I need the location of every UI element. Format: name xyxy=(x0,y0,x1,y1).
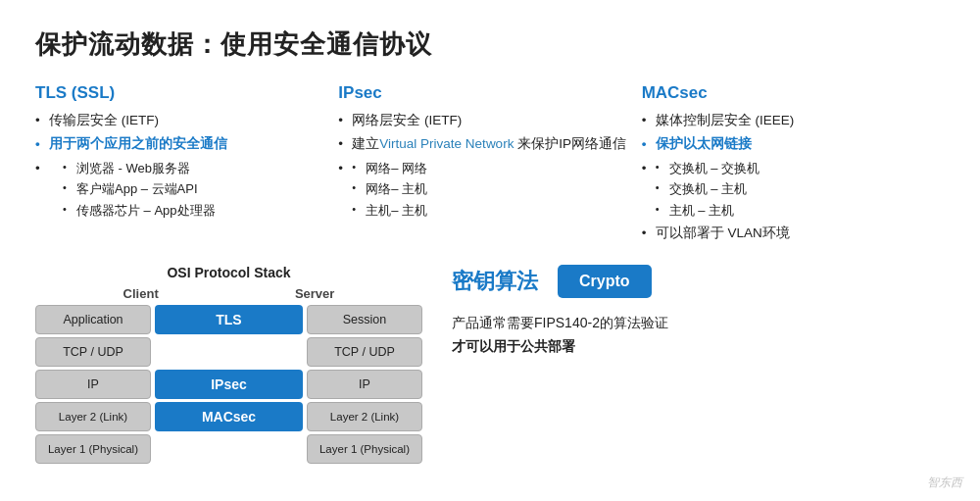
tls-item-1: 传输层安全 (IETF) xyxy=(35,111,328,130)
macsec-heading: MACsec xyxy=(642,83,935,103)
ipsec-sub-list: 网络– 网络 网络– 主机 主机– 主机 xyxy=(338,159,631,221)
top-columns: TLS (SSL) 传输层安全 (IETF) 用于两个应用之前的安全通信 浏览器… xyxy=(35,83,945,247)
layer-application: Application xyxy=(35,305,151,334)
layer-macsec: MACsec xyxy=(155,402,303,431)
col-macsec: MACsec 媒体控制层安全 (IEEE) 保护以太网链接 交换机 – 交换机 … xyxy=(642,83,945,247)
macsec-sub-1: 交换机 – 交换机 xyxy=(656,159,935,178)
layer-ipsec: IPsec xyxy=(155,370,303,399)
crypto-button[interactable]: Crypto xyxy=(558,265,652,298)
key-algo-desc: 产品通常需要FIPS140-2的算法验证 才可以用于公共部署 xyxy=(452,312,945,359)
osi-row-0: Application TLS Session xyxy=(35,305,422,334)
layer-l2-server: Layer 2 (Link) xyxy=(307,402,422,431)
macsec-sub-3: 主机 – 主机 xyxy=(656,201,935,221)
osi-diagram: OSI Protocol Stack Client Server Applica… xyxy=(35,265,422,464)
osi-layers: Application TLS Session TCP / UDP TCP / … xyxy=(35,305,422,464)
layer-tcp-client: TCP / UDP xyxy=(35,337,151,367)
vpn-link: Virtual Private Network xyxy=(379,136,514,151)
layer-ip-server: IP xyxy=(307,370,422,399)
layer-spacer-1 xyxy=(155,337,303,367)
client-label: Client xyxy=(123,286,159,301)
layer-tcp-server: TCP / UDP xyxy=(307,337,422,367)
osi-row-1: TCP / UDP TCP / UDP xyxy=(35,337,422,367)
tls-sub-2: 客户端App – 云端API xyxy=(63,179,328,199)
macsec-list: 媒体控制层安全 (IEEE) 保护以太网链接 交换机 – 交换机 交换机 – 主… xyxy=(642,111,935,243)
ipsec-sub-1: 网络– 网络 xyxy=(352,159,631,178)
macsec-sub-parent: 交换机 – 交换机 交换机 – 主机 主机 – 主机 xyxy=(642,159,935,221)
key-desc-line1: 产品通常需要FIPS140-2的算法验证 xyxy=(452,315,668,330)
server-label: Server xyxy=(295,286,334,301)
layer-spacer-4 xyxy=(155,434,303,464)
tls-heading: TLS (SSL) xyxy=(35,83,328,103)
key-algo-section: 密钥算法 Crypto 产品通常需要FIPS140-2的算法验证 才可以用于公共… xyxy=(442,265,945,464)
ipsec-sub-parent: 网络– 网络 网络– 主机 主机– 主机 xyxy=(338,159,631,221)
key-algo-title: 密钥算法 xyxy=(452,267,538,296)
col-tls: TLS (SSL) 传输层安全 (IETF) 用于两个应用之前的安全通信 浏览器… xyxy=(35,83,338,247)
slide: 保护流动数据：使用安全通信协议 TLS (SSL) 传输层安全 (IETF) 用… xyxy=(0,0,980,501)
macsec-item-4: 可以部署于 VLAN环境 xyxy=(642,224,935,243)
osi-row-2: IP IPsec IP xyxy=(35,370,422,399)
macsec-sub-list: 交换机 – 交换机 交换机 – 主机 主机 – 主机 xyxy=(642,159,935,221)
layer-tls: TLS xyxy=(155,305,303,334)
tls-sub-list: 浏览器 - Web服务器 客户端App – 云端API 传感器芯片 – App处… xyxy=(49,159,328,221)
osi-title: OSI Protocol Stack xyxy=(35,265,422,280)
tls-sub-3: 传感器芯片 – App处理器 xyxy=(63,201,328,221)
watermark: 智东西 xyxy=(927,475,962,491)
ipsec-sub-2: 网络– 主机 xyxy=(352,179,631,199)
macsec-sub-2: 交换机 – 主机 xyxy=(656,179,935,199)
tls-list: 传输层安全 (IETF) 用于两个应用之前的安全通信 浏览器 - Web服务器 … xyxy=(35,111,328,220)
osi-row-3: Layer 2 (Link) MACsec Layer 2 (Link) xyxy=(35,402,422,431)
ipsec-sub-3: 主机– 主机 xyxy=(352,201,631,221)
ipsec-item-2: 建立Virtual Private Network 来保护IP网络通信 xyxy=(338,134,631,154)
layer-ip-client: IP xyxy=(35,370,151,399)
ipsec-item-1: 网络层安全 (IETF) xyxy=(338,111,631,130)
ipsec-heading: IPsec xyxy=(338,83,631,103)
macsec-item-2: 保护以太网链接 xyxy=(642,134,935,154)
layer-l1-client: Layer 1 (Physical) xyxy=(35,434,151,464)
tls-sub-parent: 浏览器 - Web服务器 客户端App – 云端API 传感器芯片 – App处… xyxy=(35,159,328,221)
key-desc-line2: 才可以用于公共部署 xyxy=(452,338,575,354)
macsec-item-1: 媒体控制层安全 (IEEE) xyxy=(642,111,935,130)
layer-session: Session xyxy=(307,305,422,334)
osi-headers: Client Server xyxy=(35,286,422,301)
tls-sub-1: 浏览器 - Web服务器 xyxy=(63,159,328,178)
col-ipsec: IPsec 网络层安全 (IETF) 建立Virtual Private Net… xyxy=(338,83,641,247)
osi-row-4: Layer 1 (Physical) Layer 1 (Physical) xyxy=(35,434,422,464)
main-title: 保护流动数据：使用安全通信协议 xyxy=(35,27,945,62)
layer-l1-server: Layer 1 (Physical) xyxy=(307,434,422,464)
ipsec-list: 网络层安全 (IETF) 建立Virtual Private Network 来… xyxy=(338,111,631,220)
key-header: 密钥算法 Crypto xyxy=(452,265,945,298)
tls-item-2: 用于两个应用之前的安全通信 xyxy=(35,134,328,154)
layer-l2-client: Layer 2 (Link) xyxy=(35,402,151,431)
bottom-section: OSI Protocol Stack Client Server Applica… xyxy=(35,265,945,464)
